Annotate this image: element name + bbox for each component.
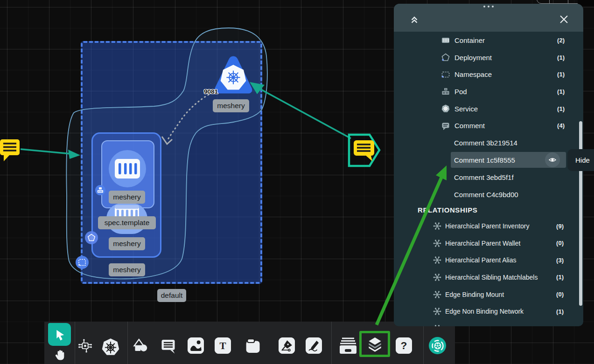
relationship-icon	[433, 324, 442, 326]
component-row-namespace[interactable]: Namespace (1)	[394, 66, 583, 83]
relationship-row[interactable]: Hierarchical Parent Wallet (0)	[394, 234, 583, 252]
relationship-count: (9)	[556, 223, 564, 230]
pencil-tool-button[interactable]	[306, 337, 322, 354]
component-count: (1)	[557, 71, 565, 78]
bottom-toolbar: T	[44, 322, 455, 364]
layers-tool-highlight	[359, 331, 390, 357]
deployment-badge-icon	[87, 233, 96, 242]
collapse-panel-button[interactable]	[409, 14, 420, 25]
service-name-label: meshery	[213, 99, 249, 112]
relationship-icon	[433, 273, 442, 282]
container-name-label: meshery	[109, 191, 145, 204]
node-graph-icon	[77, 337, 93, 355]
relationship-label: Hierarchical Sibling Matchlabels	[445, 274, 556, 281]
elements-panel: Container (2) Deployment (1) Namespace (…	[394, 4, 583, 326]
service-icon	[441, 104, 450, 113]
help-button[interactable]: ?	[396, 337, 412, 354]
relationship-row[interactable]: Hierarchical Parent Alias (3)	[394, 252, 583, 269]
container-icon	[115, 159, 140, 179]
kubernetes-tool-button[interactable]	[100, 337, 121, 358]
pod-name-label: meshery	[109, 237, 145, 250]
comment-item-row[interactable]: Comment 3b219514	[394, 134, 583, 151]
component-row-deployment[interactable]: Deployment (1)	[394, 49, 583, 66]
comment-marker-left[interactable]	[0, 138, 21, 164]
meshery-logo-icon	[430, 338, 446, 354]
comment-bubble-icon	[0, 138, 21, 162]
relationship-row[interactable]: Edge Non Binding Network (1)	[394, 303, 583, 320]
namespace-badge-icon	[77, 258, 87, 267]
drag-dots-icon[interactable]	[483, 6, 494, 7]
container-node[interactable]	[109, 150, 146, 187]
container-icon	[441, 35, 450, 45]
comment-item-row-selected[interactable]: Comment 1c5f8555	[451, 152, 566, 168]
relationship-label: Edge Non Binding Network	[445, 308, 556, 315]
component-count: (2)	[557, 37, 565, 44]
component-count: (1)	[557, 105, 565, 112]
component-label: Pod	[454, 88, 557, 96]
close-panel-button[interactable]	[558, 14, 569, 25]
close-icon	[560, 15, 568, 23]
component-count: (1)	[557, 88, 565, 95]
chevrons-up-icon	[409, 14, 419, 25]
comment-item-label: Comment 3ebd5f1f	[454, 173, 514, 181]
deployment-icon	[441, 53, 450, 62]
comment-bubble-icon	[354, 140, 374, 161]
deployment-badge	[85, 231, 98, 244]
relationship-row[interactable]: Hierarchical Sibling Matchlabels (1)	[394, 269, 583, 286]
text-tool-button[interactable]: T	[215, 337, 231, 354]
select-tool-button[interactable]	[48, 323, 71, 346]
comment-item-label: Comment 3b219514	[454, 139, 517, 147]
drawer-tool-button[interactable]	[338, 337, 358, 354]
comment-item-row[interactable]: Comment 3ebd5f1f	[394, 169, 583, 186]
component-count: (4)	[557, 122, 565, 129]
namespace-icon	[441, 70, 450, 79]
spec-template-label: spec.template	[98, 216, 156, 229]
node-graph-tool-button[interactable]	[77, 337, 93, 354]
text-tool-icon: T	[215, 337, 231, 354]
pod-badge	[95, 185, 105, 195]
component-row-service[interactable]: Service (1)	[394, 100, 583, 117]
comment-icon	[441, 121, 450, 130]
image-tool-button[interactable]	[188, 337, 204, 354]
component-label: Service	[454, 105, 557, 113]
note-tool-button[interactable]	[245, 337, 261, 354]
component-label: Namespace	[454, 70, 557, 78]
relationship-count: (1)	[556, 308, 564, 315]
pen-tool-button[interactable]	[279, 337, 295, 354]
visibility-eye-button[interactable]	[545, 152, 560, 167]
pencil-tool-icon	[306, 337, 322, 354]
comment-item-row[interactable]: Comment C4c9bd00	[394, 185, 583, 203]
layers-tool-button[interactable]	[367, 336, 383, 352]
comment-item-label: Comment C4c9bd00	[454, 190, 518, 198]
component-label: Deployment	[454, 54, 557, 62]
svg-text:T: T	[219, 340, 226, 351]
component-row-pod[interactable]: Pod (1)	[394, 83, 583, 100]
note-tool-icon	[245, 337, 261, 354]
comment-edge-left	[21, 149, 71, 154]
comment-tool-button[interactable]	[160, 337, 176, 354]
component-label: Container	[454, 36, 557, 44]
relationship-row[interactable]: Edge Binding Mount (0)	[394, 286, 583, 303]
component-label: Comment	[454, 122, 557, 130]
kubernetes-icon	[100, 337, 121, 357]
namespace-name-label: default	[157, 289, 186, 302]
relationship-row[interactable]: Hierarchical Parent Inventory (9)	[394, 218, 583, 235]
panel-header[interactable]	[394, 4, 583, 32]
component-row-comment[interactable]: Comment (4)	[394, 117, 583, 134]
relationship-row-clipped	[394, 320, 583, 326]
component-count: (1)	[557, 54, 565, 61]
shapes-tool-button[interactable]	[132, 337, 148, 354]
namespace-badge	[76, 256, 89, 269]
component-row-container[interactable]: Container (2)	[394, 32, 583, 49]
comment-marker-selected[interactable]	[347, 132, 383, 171]
relationship-icon	[433, 239, 442, 248]
pan-tool-button[interactable]	[50, 349, 69, 362]
hide-tooltip: Hide	[567, 149, 594, 171]
relationship-count: (1)	[556, 274, 564, 281]
relationship-count: (3)	[556, 257, 564, 264]
pod-badge-icon	[97, 187, 104, 193]
svg-text:?: ?	[401, 339, 407, 351]
select-cursor-icon	[53, 328, 67, 342]
meshery-logo-button[interactable]	[429, 337, 446, 354]
relationship-label: Edge Binding Mount	[445, 291, 556, 298]
